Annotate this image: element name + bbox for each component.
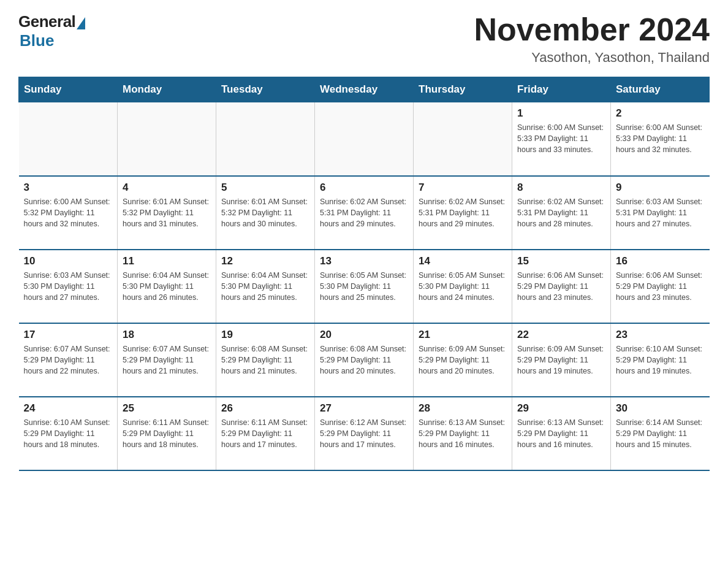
logo-triangle-icon xyxy=(77,17,85,29)
calendar-cell: 19Sunrise: 6:08 AM Sunset: 5:29 PM Dayli… xyxy=(216,323,315,397)
day-number: 2 xyxy=(616,107,705,120)
calendar-cell: 18Sunrise: 6:07 AM Sunset: 5:29 PM Dayli… xyxy=(118,323,216,397)
calendar-cell xyxy=(414,102,512,176)
calendar-cell: 28Sunrise: 6:13 AM Sunset: 5:29 PM Dayli… xyxy=(414,397,512,470)
day-info: Sunrise: 6:00 AM Sunset: 5:33 PM Dayligh… xyxy=(616,122,705,155)
day-number: 3 xyxy=(24,182,113,194)
calendar-cell: 20Sunrise: 6:08 AM Sunset: 5:29 PM Dayli… xyxy=(315,323,414,397)
calendar-cell: 7Sunrise: 6:02 AM Sunset: 5:31 PM Daylig… xyxy=(414,176,512,250)
day-number: 29 xyxy=(517,402,605,415)
calendar-title: November 2024 xyxy=(474,12,710,47)
day-info: Sunrise: 6:07 AM Sunset: 5:29 PM Dayligh… xyxy=(24,343,113,377)
day-info: Sunrise: 6:05 AM Sunset: 5:30 PM Dayligh… xyxy=(419,270,507,303)
day-number: 26 xyxy=(221,402,309,415)
calendar-cell: 29Sunrise: 6:13 AM Sunset: 5:29 PM Dayli… xyxy=(512,397,611,470)
col-header-tuesday: Tuesday xyxy=(216,77,315,102)
calendar-cell: 14Sunrise: 6:05 AM Sunset: 5:30 PM Dayli… xyxy=(414,250,512,323)
day-number: 5 xyxy=(221,182,309,194)
col-header-sunday: Sunday xyxy=(19,77,118,102)
page-header: General Blue November 2024 Yasothon, Yas… xyxy=(18,12,710,66)
day-number: 19 xyxy=(221,329,309,341)
day-info: Sunrise: 6:08 AM Sunset: 5:29 PM Dayligh… xyxy=(320,343,408,377)
day-number: 17 xyxy=(24,329,113,341)
day-info: Sunrise: 6:09 AM Sunset: 5:29 PM Dayligh… xyxy=(517,343,605,377)
day-info: Sunrise: 6:03 AM Sunset: 5:30 PM Dayligh… xyxy=(24,270,113,303)
day-number: 25 xyxy=(123,402,211,415)
day-number: 1 xyxy=(517,107,605,120)
day-number: 24 xyxy=(24,402,113,415)
day-number: 28 xyxy=(419,402,507,415)
calendar-cell: 15Sunrise: 6:06 AM Sunset: 5:29 PM Dayli… xyxy=(512,250,611,323)
day-info: Sunrise: 6:01 AM Sunset: 5:32 PM Dayligh… xyxy=(221,196,309,229)
calendar-cell: 23Sunrise: 6:10 AM Sunset: 5:29 PM Dayli… xyxy=(611,323,710,397)
day-info: Sunrise: 6:06 AM Sunset: 5:29 PM Dayligh… xyxy=(616,270,705,303)
day-info: Sunrise: 6:07 AM Sunset: 5:29 PM Dayligh… xyxy=(123,343,211,377)
day-info: Sunrise: 6:05 AM Sunset: 5:30 PM Dayligh… xyxy=(320,270,408,303)
day-number: 7 xyxy=(419,182,507,194)
day-number: 10 xyxy=(24,255,113,267)
calendar-table: SundayMondayTuesdayWednesdayThursdayFrid… xyxy=(18,77,710,471)
calendar-cell: 1Sunrise: 6:00 AM Sunset: 5:33 PM Daylig… xyxy=(512,102,611,176)
calendar-cell xyxy=(216,102,315,176)
calendar-cell xyxy=(19,102,118,176)
calendar-cell xyxy=(315,102,414,176)
day-info: Sunrise: 6:11 AM Sunset: 5:29 PM Dayligh… xyxy=(221,417,309,450)
calendar-week-row: 17Sunrise: 6:07 AM Sunset: 5:29 PM Dayli… xyxy=(19,323,710,397)
day-info: Sunrise: 6:03 AM Sunset: 5:31 PM Dayligh… xyxy=(616,196,705,229)
calendar-cell: 4Sunrise: 6:01 AM Sunset: 5:32 PM Daylig… xyxy=(118,176,216,250)
col-header-wednesday: Wednesday xyxy=(315,77,414,102)
calendar-cell: 21Sunrise: 6:09 AM Sunset: 5:29 PM Dayli… xyxy=(414,323,512,397)
day-number: 30 xyxy=(616,402,705,415)
day-number: 20 xyxy=(320,329,408,341)
calendar-cell: 16Sunrise: 6:06 AM Sunset: 5:29 PM Dayli… xyxy=(611,250,710,323)
day-number: 11 xyxy=(123,255,211,267)
col-header-saturday: Saturday xyxy=(611,77,710,102)
calendar-cell: 17Sunrise: 6:07 AM Sunset: 5:29 PM Dayli… xyxy=(19,323,118,397)
day-info: Sunrise: 6:06 AM Sunset: 5:29 PM Dayligh… xyxy=(517,270,605,303)
calendar-cell: 5Sunrise: 6:01 AM Sunset: 5:32 PM Daylig… xyxy=(216,176,315,250)
day-info: Sunrise: 6:01 AM Sunset: 5:32 PM Dayligh… xyxy=(123,196,211,229)
calendar-cell: 22Sunrise: 6:09 AM Sunset: 5:29 PM Dayli… xyxy=(512,323,611,397)
day-number: 18 xyxy=(123,329,211,341)
calendar-cell: 6Sunrise: 6:02 AM Sunset: 5:31 PM Daylig… xyxy=(315,176,414,250)
day-info: Sunrise: 6:14 AM Sunset: 5:29 PM Dayligh… xyxy=(616,417,705,450)
day-info: Sunrise: 6:00 AM Sunset: 5:32 PM Dayligh… xyxy=(24,196,113,229)
logo-general-text: General xyxy=(18,12,75,31)
col-header-monday: Monday xyxy=(118,77,216,102)
day-number: 22 xyxy=(517,329,605,341)
calendar-cell: 9Sunrise: 6:03 AM Sunset: 5:31 PM Daylig… xyxy=(611,176,710,250)
day-info: Sunrise: 6:13 AM Sunset: 5:29 PM Dayligh… xyxy=(419,417,507,450)
calendar-cell: 10Sunrise: 6:03 AM Sunset: 5:30 PM Dayli… xyxy=(19,250,118,323)
calendar-cell: 26Sunrise: 6:11 AM Sunset: 5:29 PM Dayli… xyxy=(216,397,315,470)
calendar-week-row: 24Sunrise: 6:10 AM Sunset: 5:29 PM Dayli… xyxy=(19,397,710,470)
calendar-cell: 3Sunrise: 6:00 AM Sunset: 5:32 PM Daylig… xyxy=(19,176,118,250)
calendar-cell: 13Sunrise: 6:05 AM Sunset: 5:30 PM Dayli… xyxy=(315,250,414,323)
day-info: Sunrise: 6:12 AM Sunset: 5:29 PM Dayligh… xyxy=(320,417,408,450)
day-number: 13 xyxy=(320,255,408,267)
logo: General Blue xyxy=(18,12,85,50)
day-info: Sunrise: 6:09 AM Sunset: 5:29 PM Dayligh… xyxy=(419,343,507,377)
calendar-cell: 27Sunrise: 6:12 AM Sunset: 5:29 PM Dayli… xyxy=(315,397,414,470)
calendar-week-row: 1Sunrise: 6:00 AM Sunset: 5:33 PM Daylig… xyxy=(19,102,710,176)
calendar-cell: 11Sunrise: 6:04 AM Sunset: 5:30 PM Dayli… xyxy=(118,250,216,323)
day-number: 8 xyxy=(517,182,605,194)
day-number: 21 xyxy=(419,329,507,341)
day-info: Sunrise: 6:04 AM Sunset: 5:30 PM Dayligh… xyxy=(123,270,211,303)
title-block: November 2024 Yasothon, Yasothon, Thaila… xyxy=(474,12,710,66)
col-header-friday: Friday xyxy=(512,77,611,102)
day-number: 14 xyxy=(419,255,507,267)
day-info: Sunrise: 6:00 AM Sunset: 5:33 PM Dayligh… xyxy=(517,122,605,155)
calendar-cell: 30Sunrise: 6:14 AM Sunset: 5:29 PM Dayli… xyxy=(611,397,710,470)
day-info: Sunrise: 6:02 AM Sunset: 5:31 PM Dayligh… xyxy=(320,196,408,229)
day-number: 9 xyxy=(616,182,705,194)
day-info: Sunrise: 6:13 AM Sunset: 5:29 PM Dayligh… xyxy=(517,417,605,450)
calendar-cell xyxy=(118,102,216,176)
day-number: 12 xyxy=(221,255,309,267)
calendar-week-row: 10Sunrise: 6:03 AM Sunset: 5:30 PM Dayli… xyxy=(19,250,710,323)
day-info: Sunrise: 6:10 AM Sunset: 5:29 PM Dayligh… xyxy=(616,343,705,377)
day-info: Sunrise: 6:08 AM Sunset: 5:29 PM Dayligh… xyxy=(221,343,309,377)
day-number: 27 xyxy=(320,402,408,415)
day-info: Sunrise: 6:02 AM Sunset: 5:31 PM Dayligh… xyxy=(419,196,507,229)
day-info: Sunrise: 6:02 AM Sunset: 5:31 PM Dayligh… xyxy=(517,196,605,229)
calendar-subtitle: Yasothon, Yasothon, Thailand xyxy=(474,50,710,66)
